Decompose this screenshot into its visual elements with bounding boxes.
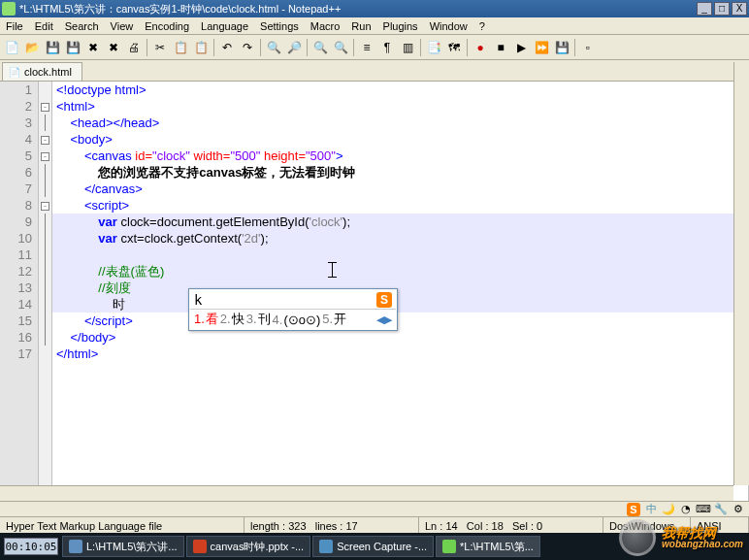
sogou-tray-icon[interactable]: S [627,503,640,516]
find-button[interactable]: 🔍 [264,38,283,57]
taskbar-item[interactable]: canvas时钟.pptx -... [186,536,311,557]
capture-icon [319,540,333,553]
status-bar: S 中 🌙 ◔ ⌨ 🔧 ⚙ Hyper Text Markup Language… [0,501,749,533]
window-titlebar: *L:\HTML5\第六讲：canvas实例1-时钟\code\clock.ht… [0,0,749,17]
menu-bar: File Edit Search View Encoding Language … [0,17,749,35]
menu-settings[interactable]: Settings [254,18,305,34]
save-button[interactable]: 💾 [43,38,62,57]
redo-button[interactable]: ↷ [238,38,257,57]
tab-bar: clock.html [0,60,749,82]
menu-run[interactable]: Run [345,18,376,34]
tab-clock-html[interactable]: clock.html [2,62,82,81]
zoom-out-button[interactable]: 🔍 [331,38,350,57]
toolbar: 📄 📂 💾 💾 ✖ ✖ 🖨 ✂ 📋 📋 ↶ ↷ 🔍 🔎 🔍 🔍 ≡ ¶ ▥ 📑 … [0,35,749,60]
moon-icon[interactable]: 🌙 [662,503,675,516]
close-file-button[interactable]: ✖ [83,38,103,57]
undo-button[interactable]: ↶ [217,38,237,57]
status-filetype: Hyper Text Markup Language file [0,517,244,534]
powerpoint-icon [193,540,207,553]
code-area[interactable]: <!doctype html> <html> <head></head> <bo… [52,82,749,505]
ime-popup[interactable]: k S 1.看 2.快 3.刊 4.(⊙o⊙) 5.开 ◀▶ [188,288,398,331]
stop-macro-button[interactable]: ■ [491,38,510,57]
play-multi-button[interactable]: ⏩ [532,38,551,57]
close-button[interactable]: X [732,2,747,16]
play-macro-button[interactable]: ▶ [511,38,531,57]
app-icon [2,2,16,16]
save-macro-button[interactable]: 💾 [552,38,571,57]
status-position: Ln : 14 Col : 18 Sel : 0 [419,517,603,534]
save-all-button[interactable]: 💾 [63,38,82,57]
menu-macro[interactable]: Macro [305,18,346,34]
keyboard-icon[interactable]: ⌨ [697,503,710,516]
line-number-gutter: 1234567891011121314151617 [0,82,39,505]
status-length: length : 323 lines : 17 [244,517,419,534]
ime-candidate[interactable]: 5.开 [322,311,346,328]
indent-guide-button[interactable]: ▥ [398,38,417,57]
menu-window[interactable]: Window [424,18,473,34]
new-file-button[interactable]: 📄 [2,38,21,57]
tab-label: clock.html [24,66,72,78]
vertical-scrollbar[interactable] [733,62,749,485]
maximize-button[interactable]: □ [714,2,730,16]
status-encoding: ANSI [691,517,749,534]
print-button[interactable]: 🖨 [124,38,144,57]
cut-button[interactable]: ✂ [150,38,170,57]
status-eol: Dos\Windows [603,517,691,534]
ime-candidate[interactable]: 3.刊 [246,311,271,328]
taskbar-item[interactable]: *L:\HTML5\第... [436,536,540,557]
extra-button[interactable]: ▫ [578,38,598,57]
menu-view[interactable]: View [105,18,140,34]
ime-candidate-list[interactable]: 1.看 2.快 3.刊 4.(⊙o⊙) 5.开 ◀▶ [190,310,396,329]
zoom-in-button[interactable]: 🔍 [310,38,330,57]
close-all-button[interactable]: ✖ [104,38,123,57]
record-macro-button[interactable]: ● [471,38,490,57]
ime-brand-icon: S [376,292,392,308]
menu-plugins[interactable]: Plugins [377,18,424,34]
menu-edit[interactable]: Edit [29,18,59,34]
menu-help[interactable]: ? [473,18,491,34]
taskbar-item[interactable]: Screen Capture -... [312,536,434,557]
menu-search[interactable]: Search [59,18,105,34]
replace-button[interactable]: 🔎 [284,38,304,57]
gear-icon[interactable]: ⚙ [732,503,745,516]
taskbar-item[interactable]: L:\HTML5\第六讲... [62,536,184,557]
fold-gutter[interactable]: - - - - [39,82,52,505]
horizontal-scrollbar[interactable] [0,485,733,501]
copy-button[interactable]: 📋 [171,38,190,57]
open-file-button[interactable]: 📂 [22,38,42,57]
doc-map-button[interactable]: 🗺 [444,38,464,57]
window-title: *L:\HTML5\第六讲：canvas实例1-时钟\code\clock.ht… [19,2,695,16]
ime-page-nav[interactable]: ◀▶ [376,313,392,326]
ime-candidate[interactable]: 2.快 [220,311,244,328]
shape-icon[interactable]: ◔ [679,503,693,516]
ime-typed-text: k [194,292,202,308]
menu-file[interactable]: File [0,18,29,34]
minimize-button[interactable]: _ [697,2,712,16]
ime-candidate[interactable]: 1.看 [194,311,218,328]
show-all-chars-button[interactable]: ¶ [377,38,397,57]
folder-icon [69,540,82,553]
ime-candidate[interactable]: 4.(⊙o⊙) [273,313,321,327]
paste-button[interactable]: 📋 [191,38,211,57]
notepadpp-icon [442,540,456,553]
wordwrap-button[interactable]: ≡ [357,38,376,57]
os-taskbar: 00:10:05 L:\HTML5\第六讲... canvas时钟.pptx -… [0,533,749,560]
ime-lang-indicator[interactable]: 中 [644,503,658,516]
function-list-button[interactable]: 📑 [424,38,443,57]
menu-language[interactable]: Language [195,18,254,34]
menu-encoding[interactable]: Encoding [139,18,195,34]
video-timer: 00:10:05 [4,538,58,555]
tool-icon[interactable]: 🔧 [714,503,728,516]
